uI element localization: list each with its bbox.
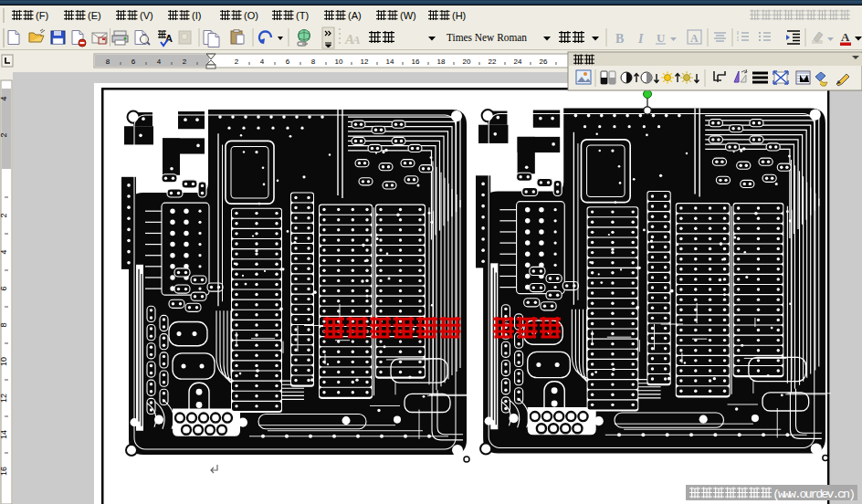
svg-text:16: 16 bbox=[0, 467, 8, 476]
svg-text:6: 6 bbox=[131, 58, 136, 66]
svg-text:(www.ourdev.cn): (www.ourdev.cn) bbox=[773, 488, 856, 501]
svg-text:10: 10 bbox=[335, 58, 343, 66]
svg-text:16: 16 bbox=[412, 58, 420, 66]
svg-text:4: 4 bbox=[0, 96, 8, 100]
svg-text:20: 20 bbox=[463, 58, 471, 66]
svg-text:8: 8 bbox=[106, 58, 110, 66]
svg-text:6: 6 bbox=[286, 58, 290, 66]
svg-text:26: 26 bbox=[540, 58, 548, 66]
svg-text:2: 2 bbox=[0, 213, 8, 217]
svg-text:4: 4 bbox=[157, 58, 162, 66]
svg-text:(A): (A) bbox=[348, 10, 362, 21]
svg-text:14: 14 bbox=[386, 58, 394, 66]
svg-text:8: 8 bbox=[311, 58, 316, 66]
svg-text:(E): (E) bbox=[88, 10, 101, 21]
svg-text:(I): (I) bbox=[192, 10, 201, 21]
svg-text:8: 8 bbox=[0, 322, 8, 327]
svg-text:(W): (W) bbox=[400, 10, 416, 21]
svg-text:B: B bbox=[615, 32, 624, 46]
svg-text:22: 22 bbox=[489, 58, 497, 66]
svg-text:U: U bbox=[657, 31, 666, 45]
svg-text:10: 10 bbox=[0, 357, 8, 366]
svg-text:A: A bbox=[841, 30, 850, 44]
svg-text:(H): (H) bbox=[452, 10, 466, 21]
svg-text:18: 18 bbox=[437, 58, 446, 66]
svg-text:14: 14 bbox=[0, 430, 8, 439]
svg-text:(V): (V) bbox=[140, 10, 153, 21]
svg-text:2: 2 bbox=[0, 132, 8, 137]
svg-text:A: A bbox=[352, 33, 361, 47]
svg-text:(T): (T) bbox=[296, 10, 309, 21]
svg-text:6: 6 bbox=[0, 286, 8, 290]
svg-text:12: 12 bbox=[361, 58, 369, 66]
svg-text:12: 12 bbox=[0, 394, 8, 403]
svg-text:A: A bbox=[690, 32, 699, 45]
svg-text:24: 24 bbox=[514, 58, 522, 66]
svg-text:4: 4 bbox=[260, 58, 265, 66]
svg-text:(F): (F) bbox=[36, 10, 48, 21]
svg-text:2: 2 bbox=[235, 58, 239, 66]
svg-text:I: I bbox=[637, 32, 644, 46]
svg-text:4: 4 bbox=[0, 249, 8, 254]
svg-text:Times New Roman: Times New Roman bbox=[447, 31, 527, 44]
svg-text:(O): (O) bbox=[244, 10, 258, 21]
svg-text:2: 2 bbox=[183, 58, 187, 66]
